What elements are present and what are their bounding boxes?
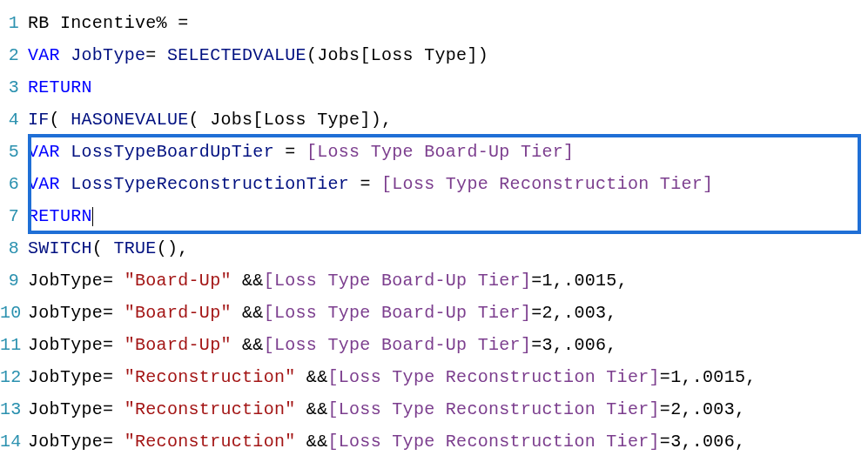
code-token: LossTypeReconstructionTier — [71, 174, 349, 194]
code-token: [Loss Type Board-Up Tier] — [264, 335, 532, 355]
line-number: 7 — [0, 200, 28, 232]
code-line[interactable]: 7RETURN — [0, 200, 868, 232]
line-content[interactable]: IF( HASONEVALUE( Jobs[Loss Type]), — [28, 104, 868, 136]
code-token: [Loss Type Reconstruction Tier] — [327, 432, 659, 452]
code-token: "Reconstruction" — [124, 367, 296, 387]
code-line[interactable]: 13JobType= "Reconstruction" &&[Loss Type… — [0, 393, 868, 425]
code-token: = — [349, 174, 381, 194]
code-token: IF — [28, 110, 50, 130]
code-line[interactable]: 14JobType= "Reconstruction" &&[Loss Type… — [0, 425, 868, 458]
code-token: JobType= — [28, 432, 124, 452]
code-token: && — [296, 367, 328, 387]
code-token: (), — [157, 238, 189, 258]
code-line[interactable]: 6VAR LossTypeReconstructionTier = [Loss … — [0, 168, 868, 200]
code-line[interactable]: 10JobType= "Board-Up" &&[Loss Type Board… — [0, 297, 868, 329]
code-token: JobType= — [28, 271, 124, 291]
code-token: ( — [50, 110, 71, 130]
code-token: VAR — [28, 45, 60, 65]
code-token: ( Jobs[Loss Type]), — [189, 110, 393, 130]
code-line[interactable]: 3RETURN — [0, 71, 868, 104]
code-line[interactable]: 9JobType= "Board-Up" &&[Loss Type Board-… — [0, 264, 868, 297]
code-token: "Reconstruction" — [124, 432, 296, 452]
code-token: = — [178, 13, 188, 33]
code-line[interactable]: 8SWITCH( TRUE(), — [0, 232, 868, 264]
code-token: TRUE — [113, 238, 156, 258]
code-token: [Loss Type Reconstruction Tier] — [327, 399, 659, 419]
code-token: [Loss Type Reconstruction Tier] — [327, 367, 659, 387]
line-number: 11 — [0, 329, 28, 361]
code-token: =3,.006, — [531, 335, 616, 355]
code-token — [60, 174, 71, 194]
code-token: "Board-Up" — [124, 271, 232, 291]
code-token: SELECTEDVALUE — [167, 45, 306, 65]
line-number: 14 — [0, 425, 28, 458]
line-number: 5 — [0, 136, 28, 168]
line-number: 1 — [0, 7, 28, 39]
line-content[interactable]: JobType= "Board-Up" &&[Loss Type Board-U… — [28, 329, 868, 361]
line-content[interactable]: JobType= "Board-Up" &&[Loss Type Board-U… — [28, 264, 868, 297]
line-content[interactable]: JobType= "Reconstruction" &&[Loss Type R… — [28, 425, 868, 458]
code-line[interactable]: 2VAR JobType= SELECTEDVALUE(Jobs[Loss Ty… — [0, 39, 868, 71]
code-token: [Loss Type Board-Up Tier] — [264, 271, 532, 291]
code-token: [Loss Type Reconstruction Tier] — [381, 174, 713, 194]
line-number: 9 — [0, 264, 28, 297]
code-token: =2,.003, — [531, 303, 616, 323]
code-token: =3,.006, — [660, 432, 745, 452]
code-token: JobType= — [28, 367, 124, 387]
code-token: JobType= — [28, 303, 124, 323]
code-token: =1,.0015, — [531, 271, 628, 291]
code-token: =1,.0015, — [660, 367, 757, 387]
line-number: 8 — [0, 232, 28, 264]
line-content[interactable]: RB Incentive% = — [28, 7, 868, 39]
code-token: && — [232, 335, 264, 355]
code-token: JobType — [71, 45, 145, 65]
line-content[interactable]: JobType= "Board-Up" &&[Loss Type Board-U… — [28, 297, 868, 329]
code-token: "Board-Up" — [124, 303, 232, 323]
code-token: VAR — [28, 142, 60, 162]
code-line[interactable]: 1RB Incentive% = — [0, 7, 868, 39]
code-token: =2,.003, — [660, 399, 745, 419]
line-content[interactable]: RETURN — [28, 71, 868, 104]
code-token: = — [145, 45, 167, 65]
code-token: [Loss Type Board-Up Tier] — [264, 303, 532, 323]
code-line[interactable]: 11JobType= "Board-Up" &&[Loss Type Board… — [0, 329, 868, 361]
code-line[interactable]: 5VAR LossTypeBoardUpTier = [Loss Type Bo… — [0, 136, 868, 168]
code-token: = — [274, 142, 306, 162]
code-token: RB Incentive% — [28, 13, 178, 33]
line-content[interactable]: SWITCH( TRUE(), — [28, 232, 868, 264]
code-token: RETURN — [28, 206, 92, 226]
code-token: && — [296, 432, 328, 452]
code-token: SWITCH — [28, 238, 92, 258]
code-token: ( — [92, 238, 114, 258]
line-content[interactable]: VAR JobType= SELECTEDVALUE(Jobs[Loss Typ… — [28, 39, 868, 71]
code-token: (Jobs[Loss Type]) — [306, 45, 488, 65]
text-cursor — [92, 207, 93, 226]
code-token — [60, 45, 71, 65]
line-number: 6 — [0, 168, 28, 200]
line-content[interactable]: JobType= "Reconstruction" &&[Loss Type R… — [28, 361, 868, 393]
line-number: 4 — [0, 104, 28, 136]
code-token: LossTypeBoardUpTier — [71, 142, 274, 162]
code-token: && — [296, 399, 328, 419]
code-token: && — [232, 271, 264, 291]
line-number: 10 — [0, 297, 28, 329]
code-token: && — [232, 303, 264, 323]
code-token: VAR — [28, 174, 60, 194]
line-content[interactable]: VAR LossTypeBoardUpTier = [Loss Type Boa… — [28, 136, 868, 168]
line-number: 12 — [0, 361, 28, 393]
code-token: "Board-Up" — [124, 335, 232, 355]
code-token: JobType= — [28, 335, 124, 355]
code-token: "Reconstruction" — [124, 399, 296, 419]
line-content[interactable]: RETURN — [28, 200, 868, 232]
code-token: JobType= — [28, 399, 124, 419]
line-content[interactable]: JobType= "Reconstruction" &&[Loss Type R… — [28, 393, 868, 425]
code-line[interactable]: 4IF( HASONEVALUE( Jobs[Loss Type]), — [0, 104, 868, 136]
code-token: [Loss Type Board-Up Tier] — [306, 142, 575, 162]
code-line[interactable]: 12JobType= "Reconstruction" &&[Loss Type… — [0, 361, 868, 393]
line-content[interactable]: VAR LossTypeReconstructionTier = [Loss T… — [28, 168, 868, 200]
line-number: 13 — [0, 393, 28, 425]
line-number: 3 — [0, 71, 28, 104]
code-editor[interactable]: 1RB Incentive% =2VAR JobType= SELECTEDVA… — [0, 7, 868, 458]
code-token: HASONEVALUE — [71, 110, 188, 130]
code-token: RETURN — [28, 77, 92, 97]
